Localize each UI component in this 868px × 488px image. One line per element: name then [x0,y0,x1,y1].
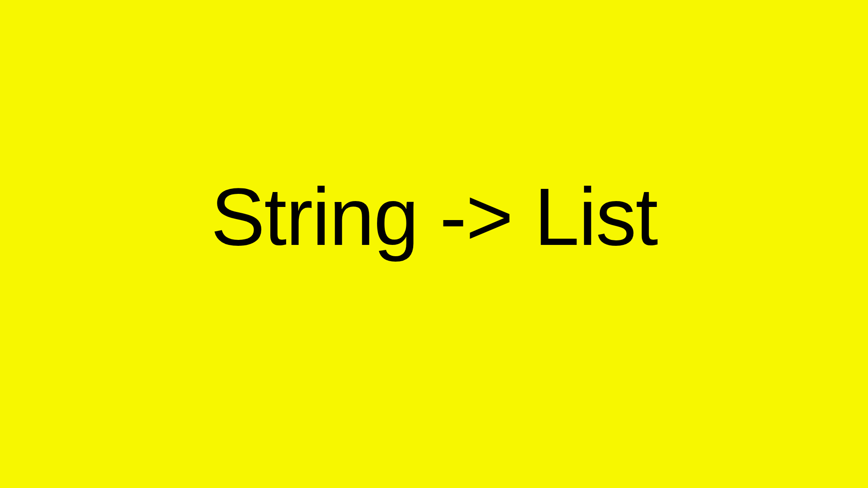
slide-title: String -> List [211,176,657,258]
